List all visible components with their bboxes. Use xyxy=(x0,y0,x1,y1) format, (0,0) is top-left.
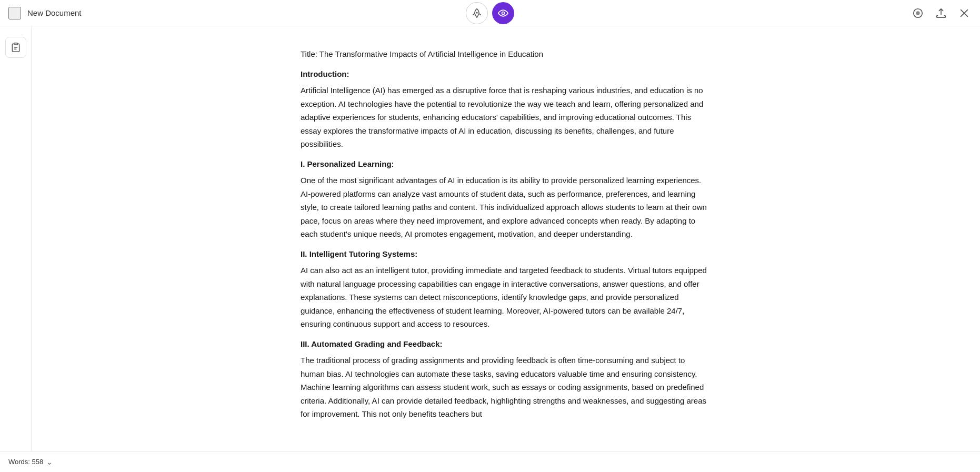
word-count-label: Words: 558 xyxy=(8,458,43,466)
section1-heading: I. Personalized Learning: xyxy=(301,157,711,171)
section3-body: The traditional process of grading assig… xyxy=(301,354,711,421)
section3-heading: III. Automated Grading and Feedback: xyxy=(301,337,711,351)
chevron-down-icon: ⌄ xyxy=(46,458,53,466)
menu-button[interactable] xyxy=(8,7,21,19)
section2-body: AI can also act as an intelligent tutor,… xyxy=(301,264,711,331)
toolbar-right xyxy=(911,6,972,21)
svg-point-0 xyxy=(476,12,477,13)
document-area[interactable]: Title: The Transformative Impacts of Art… xyxy=(32,26,980,451)
record-button[interactable] xyxy=(911,6,925,21)
svg-point-1 xyxy=(502,12,505,14)
section1-body: One of the most significant advantages o… xyxy=(301,174,711,241)
document-title: New Document xyxy=(27,8,82,17)
publish-button[interactable] xyxy=(466,2,488,24)
main-area: Title: The Transformative Impacts of Art… xyxy=(0,26,980,451)
svg-rect-6 xyxy=(14,43,17,45)
close-button[interactable] xyxy=(957,6,972,21)
svg-point-3 xyxy=(916,11,919,15)
document-content: Title: The Transformative Impacts of Art… xyxy=(301,47,711,421)
preview-button[interactable] xyxy=(492,2,514,24)
section2-heading: II. Intelligent Tutoring Systems: xyxy=(301,247,711,261)
share-button[interactable] xyxy=(934,6,948,21)
intro-heading: Introduction: xyxy=(301,67,711,81)
toolbar-center xyxy=(466,2,514,24)
status-bar: Words: 558 ⌄ xyxy=(0,451,980,472)
intro-body: Artificial Intelligence (AI) has emerged… xyxy=(301,84,711,151)
doc-title-line: Title: The Transformative Impacts of Art… xyxy=(301,47,711,61)
word-count-button[interactable]: Words: 558 ⌄ xyxy=(8,458,53,466)
clipboard-button[interactable] xyxy=(5,37,26,58)
sidebar-strip xyxy=(0,26,32,451)
toolbar-left: New Document xyxy=(8,7,911,19)
toolbar: New Document xyxy=(0,0,980,26)
